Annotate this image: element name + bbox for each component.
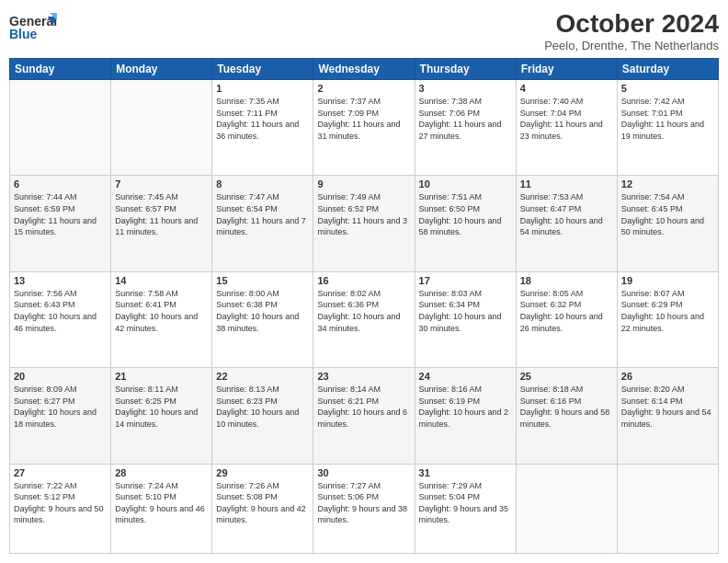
day-number: 18 [520,275,613,286]
day-info: Sunrise: 7:58 AM Sunset: 6:41 PM Dayligh… [115,288,208,334]
calendar-cell: 24Sunrise: 8:16 AM Sunset: 6:19 PM Dayli… [415,368,516,464]
day-number: 16 [317,275,410,286]
calendar-cell [10,80,111,176]
day-number: 4 [520,83,613,94]
day-number: 21 [115,371,208,382]
day-number: 8 [216,178,309,190]
day-number: 28 [115,467,208,478]
day-number: 27 [14,467,107,478]
header: General Blue October 2024 Peelo, Drenthe… [9,9,719,52]
calendar-week-row: 13Sunrise: 7:56 AM Sunset: 6:43 PM Dayli… [10,271,719,367]
calendar-cell: 15Sunrise: 8:00 AM Sunset: 6:38 PM Dayli… [212,271,313,367]
day-info: Sunrise: 8:09 AM Sunset: 6:27 PM Dayligh… [14,384,107,430]
calendar-cell: 17Sunrise: 8:03 AM Sunset: 6:34 PM Dayli… [415,271,516,367]
day-number: 25 [520,371,613,382]
calendar-cell: 18Sunrise: 8:05 AM Sunset: 6:32 PM Dayli… [516,271,617,367]
page: General Blue October 2024 Peelo, Drenthe… [0,0,728,563]
calendar-week-row: 1Sunrise: 7:35 AM Sunset: 7:11 PM Daylig… [10,80,719,176]
calendar-cell: 3Sunrise: 7:38 AM Sunset: 7:06 PM Daylig… [415,80,516,176]
calendar-cell: 26Sunrise: 8:20 AM Sunset: 6:14 PM Dayli… [617,368,718,464]
day-number: 5 [621,83,714,94]
logo: General Blue [9,9,57,48]
day-number: 2 [317,83,410,94]
calendar-cell: 5Sunrise: 7:42 AM Sunset: 7:01 PM Daylig… [617,80,718,176]
calendar-cell: 31Sunrise: 7:29 AM Sunset: 5:04 PM Dayli… [415,464,516,553]
day-info: Sunrise: 8:13 AM Sunset: 6:23 PM Dayligh… [216,384,309,430]
day-number: 6 [14,178,107,190]
calendar-cell: 12Sunrise: 7:54 AM Sunset: 6:45 PM Dayli… [617,176,718,271]
title-block: October 2024 Peelo, Drenthe, The Netherl… [544,9,719,52]
day-number: 29 [216,467,309,478]
day-info: Sunrise: 7:56 AM Sunset: 6:43 PM Dayligh… [14,288,107,334]
day-number: 31 [419,467,512,478]
day-number: 15 [216,275,309,286]
calendar-cell: 20Sunrise: 8:09 AM Sunset: 6:27 PM Dayli… [10,368,111,464]
day-number: 26 [621,371,714,382]
location: Peelo, Drenthe, The Netherlands [544,39,719,52]
calendar-week-row: 20Sunrise: 8:09 AM Sunset: 6:27 PM Dayli… [10,368,719,464]
calendar-cell: 10Sunrise: 7:51 AM Sunset: 6:50 PM Dayli… [415,176,516,271]
calendar-cell: 29Sunrise: 7:26 AM Sunset: 5:08 PM Dayli… [212,464,313,553]
logo-icon: General Blue [9,9,57,48]
day-info: Sunrise: 7:40 AM Sunset: 7:04 PM Dayligh… [520,96,613,142]
day-info: Sunrise: 8:05 AM Sunset: 6:32 PM Dayligh… [520,288,613,334]
calendar-cell: 1Sunrise: 7:35 AM Sunset: 7:11 PM Daylig… [212,80,313,176]
svg-text:Blue: Blue [9,27,38,41]
calendar-cell [617,464,718,553]
day-info: Sunrise: 7:27 AM Sunset: 5:06 PM Dayligh… [317,480,410,526]
weekday-header-saturday: Saturday [617,59,718,80]
weekday-header-row: SundayMondayTuesdayWednesdayThursdayFrid… [10,59,719,80]
day-number: 12 [621,178,714,190]
day-info: Sunrise: 8:00 AM Sunset: 6:38 PM Dayligh… [216,288,309,334]
day-number: 1 [216,83,309,94]
day-info: Sunrise: 7:22 AM Sunset: 5:12 PM Dayligh… [14,480,107,526]
calendar-week-row: 27Sunrise: 7:22 AM Sunset: 5:12 PM Dayli… [10,464,719,553]
calendar-cell: 27Sunrise: 7:22 AM Sunset: 5:12 PM Dayli… [10,464,111,553]
calendar-cell [111,80,212,176]
calendar-cell: 19Sunrise: 8:07 AM Sunset: 6:29 PM Dayli… [617,271,718,367]
day-info: Sunrise: 7:44 AM Sunset: 6:59 PM Dayligh… [14,191,107,237]
weekday-header-wednesday: Wednesday [313,59,415,80]
calendar-cell: 30Sunrise: 7:27 AM Sunset: 5:06 PM Dayli… [313,464,415,553]
day-number: 23 [317,371,410,382]
day-info: Sunrise: 7:38 AM Sunset: 7:06 PM Dayligh… [419,96,512,142]
day-info: Sunrise: 7:24 AM Sunset: 5:10 PM Dayligh… [115,480,208,526]
day-number: 11 [520,178,613,190]
month-title: October 2024 [544,9,719,39]
day-info: Sunrise: 8:14 AM Sunset: 6:21 PM Dayligh… [317,384,410,430]
day-info: Sunrise: 7:51 AM Sunset: 6:50 PM Dayligh… [419,191,512,237]
calendar-cell: 13Sunrise: 7:56 AM Sunset: 6:43 PM Dayli… [10,271,111,367]
calendar-cell: 22Sunrise: 8:13 AM Sunset: 6:23 PM Dayli… [212,368,313,464]
weekday-header-monday: Monday [111,59,212,80]
day-info: Sunrise: 7:42 AM Sunset: 7:01 PM Dayligh… [621,96,714,142]
day-number: 24 [419,371,512,382]
day-number: 19 [621,275,714,286]
day-number: 30 [317,467,410,478]
calendar-cell: 28Sunrise: 7:24 AM Sunset: 5:10 PM Dayli… [111,464,212,553]
day-info: Sunrise: 7:54 AM Sunset: 6:45 PM Dayligh… [621,191,714,237]
calendar-table: SundayMondayTuesdayWednesdayThursdayFrid… [9,58,719,554]
day-info: Sunrise: 8:11 AM Sunset: 6:25 PM Dayligh… [115,384,208,430]
calendar-cell: 21Sunrise: 8:11 AM Sunset: 6:25 PM Dayli… [111,368,212,464]
calendar-cell: 8Sunrise: 7:47 AM Sunset: 6:54 PM Daylig… [212,176,313,271]
day-number: 20 [14,371,107,382]
day-number: 14 [115,275,208,286]
day-number: 22 [216,371,309,382]
day-info: Sunrise: 7:26 AM Sunset: 5:08 PM Dayligh… [216,480,309,526]
calendar-cell: 2Sunrise: 7:37 AM Sunset: 7:09 PM Daylig… [313,80,415,176]
calendar-cell: 9Sunrise: 7:49 AM Sunset: 6:52 PM Daylig… [313,176,415,271]
day-info: Sunrise: 8:03 AM Sunset: 6:34 PM Dayligh… [419,288,512,334]
day-number: 7 [115,178,208,190]
day-info: Sunrise: 8:02 AM Sunset: 6:36 PM Dayligh… [317,288,410,334]
calendar-cell: 11Sunrise: 7:53 AM Sunset: 6:47 PM Dayli… [516,176,617,271]
day-info: Sunrise: 8:20 AM Sunset: 6:14 PM Dayligh… [621,384,714,430]
calendar-week-row: 6Sunrise: 7:44 AM Sunset: 6:59 PM Daylig… [10,176,719,271]
weekday-header-sunday: Sunday [10,59,111,80]
calendar-cell: 6Sunrise: 7:44 AM Sunset: 6:59 PM Daylig… [10,176,111,271]
day-info: Sunrise: 7:35 AM Sunset: 7:11 PM Dayligh… [216,96,309,142]
day-info: Sunrise: 8:07 AM Sunset: 6:29 PM Dayligh… [621,288,714,334]
calendar-cell: 4Sunrise: 7:40 AM Sunset: 7:04 PM Daylig… [516,80,617,176]
day-info: Sunrise: 7:29 AM Sunset: 5:04 PM Dayligh… [419,480,512,526]
day-info: Sunrise: 8:18 AM Sunset: 6:16 PM Dayligh… [520,384,613,430]
calendar-cell: 7Sunrise: 7:45 AM Sunset: 6:57 PM Daylig… [111,176,212,271]
